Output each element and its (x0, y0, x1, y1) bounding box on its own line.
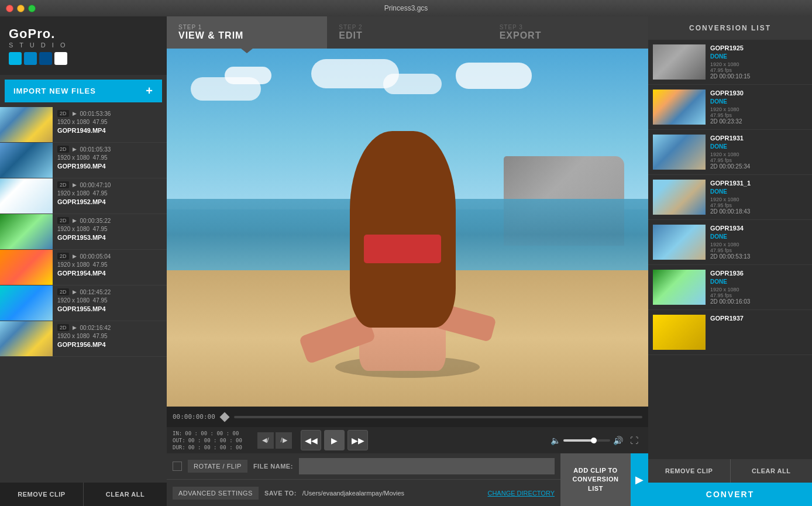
import-new-files-button[interactable]: IMPORT NEW FILES + (5, 80, 162, 102)
close-btn[interactable] (6, 5, 13, 12)
file-resolution: 1920 x 1080 47.95 (57, 261, 162, 268)
change-directory-button[interactable]: CHANGE DIRECTORY (487, 490, 555, 497)
step-forward-button[interactable]: ▶▶ (347, 430, 368, 450)
timeline-marker[interactable] (219, 412, 229, 422)
conv-name: GOPR1931 (710, 135, 807, 142)
file-badge-2d: 2D (57, 146, 69, 153)
step-1[interactable]: STEP 1 VIEW & TRIM (167, 16, 327, 49)
window-controls (6, 5, 36, 12)
fullscreen-button[interactable]: ⛶ (626, 432, 642, 449)
remove-clip-button[interactable]: REMOVE CLIP (648, 459, 731, 483)
conversion-item[interactable]: GOPR1931 DONE 1920 x 1080 47.95 fps 2D 0… (648, 130, 812, 175)
maximize-btn[interactable] (28, 5, 36, 12)
file-item[interactable]: 2D ▶ 00:12:45:22 1920 x 1080 47.95 GOPR1… (0, 285, 167, 321)
conversion-item[interactable]: GOPR1925 DONE 1920 x 1080 47.95 fps 2D 0… (648, 40, 812, 85)
file-meta: 2D ▶ 00:00:05:04 (57, 253, 162, 260)
file-thumbnail (0, 250, 53, 285)
file-info: 2D ▶ 00:00:35:22 1920 x 1080 47.95 GOPR1… (53, 214, 167, 249)
add-clip-button[interactable]: ADD CLIP TOCONVERSION LIST (560, 453, 631, 506)
camera-icon: ▶ (73, 182, 77, 188)
convert-button[interactable]: CONVERT (648, 483, 812, 506)
conversion-item[interactable]: GOPR1937 (648, 310, 812, 355)
file-thumbnail (0, 214, 53, 249)
file-info: 2D ▶ 00:02:16:42 1920 x 1080 47.95 GOPR1… (53, 321, 167, 356)
dur-label: DUR: (173, 445, 185, 450)
add-clip-label: ADD CLIP TOCONVERSION LIST (573, 467, 619, 492)
conversion-item[interactable]: GOPR1936 DONE 1920 x 1080 47.95 fps 2D 0… (648, 265, 812, 310)
import-label: IMPORT NEW FILES (13, 87, 96, 95)
bottom-top-row: ROTATE / FLIP FILE NAME: (167, 453, 560, 480)
clear-all-button[interactable]: CLEAR ALL (731, 459, 813, 483)
play-button[interactable]: ▶ (324, 430, 345, 450)
out-time: 00 : 00 : 00 : 00 (188, 438, 242, 443)
file-meta: 2D ▶ 00:01:05:33 (57, 146, 162, 153)
file-meta: 2D ▶ 00:00:47:10 (57, 181, 162, 188)
conversion-item[interactable]: GOPR1930 DONE 1920 x 1080 47.95 fps 2D 0… (648, 85, 812, 130)
step-2[interactable]: STEP 2 EDIT (327, 16, 487, 49)
conv-meta: 2D 00:00:18:43 (710, 208, 807, 215)
file-thumbnail (0, 285, 53, 321)
rotate-flip-button[interactable]: ROTATE / FLIP (188, 460, 247, 473)
file-item[interactable]: 2D ▶ 00:00:47:10 1920 x 1080 47.95 GOPR1… (0, 178, 167, 214)
dot-2 (24, 52, 37, 65)
trim-out-button[interactable]: /▶ (276, 432, 292, 449)
file-name: GOPR1953.MP4 (57, 234, 162, 241)
save-to-path: /Users/evaandjakealarmpay/Movies (302, 490, 404, 497)
volume-slider[interactable] (563, 439, 610, 442)
file-badge-2d: 2D (57, 110, 69, 117)
file-name-input[interactable] (299, 458, 555, 474)
conv-status: DONE (710, 278, 807, 285)
video-player[interactable] (167, 49, 648, 407)
conv-res: 1920 x 1080 (710, 197, 807, 202)
sidebar: GoPro. S T U D I O IMPORT NEW FILES + (0, 16, 167, 506)
conversion-item[interactable]: GOPR1931_1 DONE 1920 x 1080 47.95 fps 2D… (648, 175, 812, 220)
file-meta: 2D ▶ 00:02:16:42 (57, 324, 162, 331)
bottom-panel: ROTATE / FLIP FILE NAME: ADVANCED SETTIN… (167, 453, 648, 506)
conv-meta: 2D 00:00:16:03 (710, 298, 807, 305)
file-duration: 00:00:35:22 (80, 218, 111, 224)
step-2-num: STEP 2 (339, 24, 476, 30)
rotate-checkbox[interactable] (173, 462, 182, 471)
camera-icon: ▶ (73, 325, 77, 331)
conv-info: GOPR1925 DONE 1920 x 1080 47.95 fps 2D 0… (710, 44, 807, 80)
cloud-5 (456, 63, 532, 89)
timeline-scrubber[interactable] (234, 416, 642, 418)
clear-all-sidebar-button[interactable]: CLEAR ALL (84, 483, 167, 506)
file-duration: 00:01:05:33 (80, 146, 111, 153)
in-time-row: IN: 00 : 00 : 00 : 00 (173, 431, 254, 436)
file-badge-2d: 2D (57, 253, 69, 260)
conv-name: GOPR1936 (710, 270, 807, 277)
minimize-btn[interactable] (17, 5, 25, 12)
conv-thumbnail (653, 315, 706, 350)
file-item[interactable]: 2D ▶ 00:01:53:36 1920 x 1080 47.95 GOPR1… (0, 107, 167, 143)
bikini-top (364, 235, 441, 263)
file-item[interactable]: 2D ▶ 00:02:16:42 1920 x 1080 47.95 GOPR1… (0, 321, 167, 357)
conv-info: GOPR1934 DONE 1920 x 1080 47.95 fps 2D 0… (710, 225, 807, 260)
conv-meta: 2D 00:00:53:13 (710, 253, 807, 260)
dot-1 (9, 52, 22, 65)
conversion-item[interactable]: GOPR1934 DONE 1920 x 1080 47.95 fps 2D 0… (648, 220, 812, 265)
add-clip-arrow-icon: ▶ (631, 453, 648, 506)
trim-buttons: ◀/ /▶ (257, 432, 292, 449)
file-info: 2D ▶ 00:01:53:36 1920 x 1080 47.95 GOPR1… (53, 107, 167, 142)
step-back-button[interactable]: ◀◀ (301, 430, 321, 450)
sidebar-bottom-buttons: REMOVE CLIP CLEAR ALL (0, 483, 167, 506)
camera-icon: ▶ (73, 253, 77, 259)
cloud-2 (225, 67, 271, 84)
file-item[interactable]: 2D ▶ 00:01:05:33 1920 x 1080 47.95 GOPR1… (0, 143, 167, 178)
step-3[interactable]: STEP 3 EXPORT (488, 16, 648, 49)
remove-clip-sidebar-button[interactable]: REMOVE CLIP (0, 483, 84, 506)
advanced-settings-button[interactable]: ADVANCED SETTINGS (173, 487, 259, 500)
cloud-4 (383, 74, 442, 94)
file-item[interactable]: 2D ▶ 00:00:05:04 1920 x 1080 47.95 GOPR1… (0, 250, 167, 285)
conv-fps: 47.95 fps (710, 67, 807, 73)
in-label: IN: (173, 431, 182, 436)
steps-bar: STEP 1 VIEW & TRIM STEP 2 EDIT STEP 3 EX… (167, 16, 648, 49)
step-1-label: VIEW & TRIM (178, 30, 315, 41)
conv-info: GOPR1931_1 DONE 1920 x 1080 47.95 fps 2D… (710, 180, 807, 215)
trim-in-button[interactable]: ◀/ (257, 432, 274, 449)
conv-meta: 2D 00:00:25:34 (710, 163, 807, 170)
file-item[interactable]: 2D ▶ 00:00:35:22 1920 x 1080 47.95 GOPR1… (0, 214, 167, 250)
studio-label: S T U D I O (9, 42, 67, 49)
in-out-panel: IN: 00 : 00 : 00 : 00 OUT: 00 : 00 : 00 … (173, 431, 254, 450)
